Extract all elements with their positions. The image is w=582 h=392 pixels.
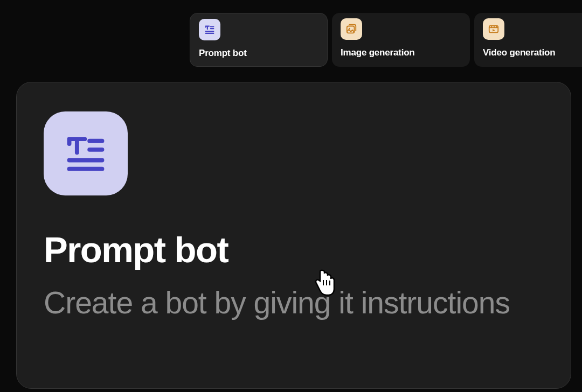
tab-label: Prompt bot — [199, 48, 318, 59]
tabs-row: Prompt bot Image generation Video genera — [0, 0, 582, 67]
card-prompt-bot[interactable]: Prompt bot Create a bot by giving it ins… — [16, 82, 571, 389]
tab-prompt-bot[interactable]: Prompt bot — [190, 13, 328, 67]
card-title: Prompt bot — [44, 229, 544, 270]
tab-label: Video generation — [483, 47, 582, 58]
text-lines-icon — [199, 19, 220, 40]
card-description: Create a bot by giving it instructions — [44, 283, 544, 323]
tab-video-generation[interactable]: Video generation — [474, 13, 582, 67]
tab-label: Image generation — [341, 47, 461, 58]
tab-image-generation[interactable]: Image generation — [332, 13, 470, 67]
video-icon — [483, 18, 504, 40]
image-stack-icon — [341, 18, 362, 40]
text-lines-icon — [44, 111, 128, 195]
